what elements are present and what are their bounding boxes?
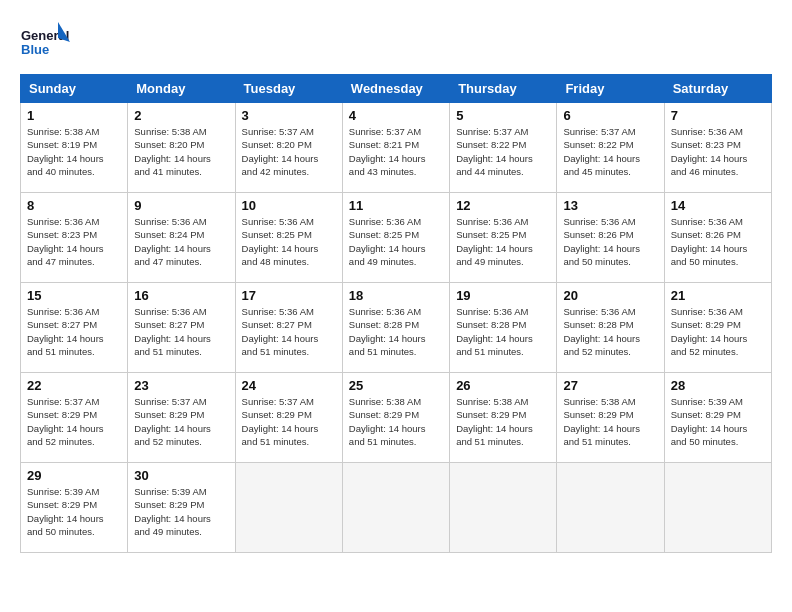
day-number: 4 xyxy=(349,108,443,123)
calendar-header-row: SundayMondayTuesdayWednesdayThursdayFrid… xyxy=(21,75,772,103)
weekday-header: Thursday xyxy=(450,75,557,103)
day-info: Sunrise: 5:37 AMSunset: 8:21 PMDaylight:… xyxy=(349,125,443,178)
calendar-cell: 4Sunrise: 5:37 AMSunset: 8:21 PMDaylight… xyxy=(342,103,449,193)
day-number: 15 xyxy=(27,288,121,303)
calendar-cell: 22Sunrise: 5:37 AMSunset: 8:29 PMDayligh… xyxy=(21,373,128,463)
calendar-cell: 23Sunrise: 5:37 AMSunset: 8:29 PMDayligh… xyxy=(128,373,235,463)
day-number: 26 xyxy=(456,378,550,393)
calendar-cell: 16Sunrise: 5:36 AMSunset: 8:27 PMDayligh… xyxy=(128,283,235,373)
calendar-cell: 1Sunrise: 5:38 AMSunset: 8:19 PMDaylight… xyxy=(21,103,128,193)
calendar-cell: 25Sunrise: 5:38 AMSunset: 8:29 PMDayligh… xyxy=(342,373,449,463)
day-info: Sunrise: 5:36 AMSunset: 8:26 PMDaylight:… xyxy=(671,215,765,268)
day-info: Sunrise: 5:38 AMSunset: 8:29 PMDaylight:… xyxy=(563,395,657,448)
weekday-header: Saturday xyxy=(664,75,771,103)
calendar-cell: 19Sunrise: 5:36 AMSunset: 8:28 PMDayligh… xyxy=(450,283,557,373)
day-number: 23 xyxy=(134,378,228,393)
calendar-week-row: 1Sunrise: 5:38 AMSunset: 8:19 PMDaylight… xyxy=(21,103,772,193)
day-number: 16 xyxy=(134,288,228,303)
day-number: 27 xyxy=(563,378,657,393)
day-info: Sunrise: 5:38 AMSunset: 8:20 PMDaylight:… xyxy=(134,125,228,178)
day-info: Sunrise: 5:37 AMSunset: 8:29 PMDaylight:… xyxy=(134,395,228,448)
day-number: 28 xyxy=(671,378,765,393)
calendar-week-row: 8Sunrise: 5:36 AMSunset: 8:23 PMDaylight… xyxy=(21,193,772,283)
calendar-cell: 13Sunrise: 5:36 AMSunset: 8:26 PMDayligh… xyxy=(557,193,664,283)
day-info: Sunrise: 5:36 AMSunset: 8:28 PMDaylight:… xyxy=(349,305,443,358)
calendar-cell: 5Sunrise: 5:37 AMSunset: 8:22 PMDaylight… xyxy=(450,103,557,193)
calendar-cell xyxy=(557,463,664,553)
day-info: Sunrise: 5:36 AMSunset: 8:28 PMDaylight:… xyxy=(456,305,550,358)
calendar-cell: 21Sunrise: 5:36 AMSunset: 8:29 PMDayligh… xyxy=(664,283,771,373)
svg-text:Blue: Blue xyxy=(21,42,49,57)
day-number: 24 xyxy=(242,378,336,393)
calendar-cell: 2Sunrise: 5:38 AMSunset: 8:20 PMDaylight… xyxy=(128,103,235,193)
weekday-header: Friday xyxy=(557,75,664,103)
calendar-cell: 7Sunrise: 5:36 AMSunset: 8:23 PMDaylight… xyxy=(664,103,771,193)
day-info: Sunrise: 5:38 AMSunset: 8:29 PMDaylight:… xyxy=(349,395,443,448)
day-info: Sunrise: 5:36 AMSunset: 8:25 PMDaylight:… xyxy=(456,215,550,268)
weekday-header: Tuesday xyxy=(235,75,342,103)
day-info: Sunrise: 5:36 AMSunset: 8:24 PMDaylight:… xyxy=(134,215,228,268)
day-info: Sunrise: 5:36 AMSunset: 8:25 PMDaylight:… xyxy=(242,215,336,268)
calendar-cell xyxy=(664,463,771,553)
day-number: 12 xyxy=(456,198,550,213)
calendar-cell xyxy=(342,463,449,553)
calendar-cell: 15Sunrise: 5:36 AMSunset: 8:27 PMDayligh… xyxy=(21,283,128,373)
day-info: Sunrise: 5:36 AMSunset: 8:28 PMDaylight:… xyxy=(563,305,657,358)
calendar-cell: 28Sunrise: 5:39 AMSunset: 8:29 PMDayligh… xyxy=(664,373,771,463)
calendar-cell: 14Sunrise: 5:36 AMSunset: 8:26 PMDayligh… xyxy=(664,193,771,283)
calendar-week-row: 15Sunrise: 5:36 AMSunset: 8:27 PMDayligh… xyxy=(21,283,772,373)
day-number: 29 xyxy=(27,468,121,483)
day-info: Sunrise: 5:37 AMSunset: 8:20 PMDaylight:… xyxy=(242,125,336,178)
logo-icon: General Blue xyxy=(20,20,70,64)
day-number: 30 xyxy=(134,468,228,483)
calendar-cell: 8Sunrise: 5:36 AMSunset: 8:23 PMDaylight… xyxy=(21,193,128,283)
day-info: Sunrise: 5:36 AMSunset: 8:27 PMDaylight:… xyxy=(27,305,121,358)
calendar-cell: 6Sunrise: 5:37 AMSunset: 8:22 PMDaylight… xyxy=(557,103,664,193)
day-number: 19 xyxy=(456,288,550,303)
calendar-cell: 11Sunrise: 5:36 AMSunset: 8:25 PMDayligh… xyxy=(342,193,449,283)
day-number: 14 xyxy=(671,198,765,213)
day-number: 22 xyxy=(27,378,121,393)
day-info: Sunrise: 5:36 AMSunset: 8:26 PMDaylight:… xyxy=(563,215,657,268)
calendar-week-row: 29Sunrise: 5:39 AMSunset: 8:29 PMDayligh… xyxy=(21,463,772,553)
day-info: Sunrise: 5:38 AMSunset: 8:19 PMDaylight:… xyxy=(27,125,121,178)
day-info: Sunrise: 5:36 AMSunset: 8:23 PMDaylight:… xyxy=(27,215,121,268)
calendar-cell: 12Sunrise: 5:36 AMSunset: 8:25 PMDayligh… xyxy=(450,193,557,283)
day-info: Sunrise: 5:36 AMSunset: 8:29 PMDaylight:… xyxy=(671,305,765,358)
day-info: Sunrise: 5:37 AMSunset: 8:22 PMDaylight:… xyxy=(563,125,657,178)
day-info: Sunrise: 5:36 AMSunset: 8:27 PMDaylight:… xyxy=(134,305,228,358)
day-number: 13 xyxy=(563,198,657,213)
calendar-cell xyxy=(235,463,342,553)
day-number: 9 xyxy=(134,198,228,213)
calendar-cell: 20Sunrise: 5:36 AMSunset: 8:28 PMDayligh… xyxy=(557,283,664,373)
day-number: 17 xyxy=(242,288,336,303)
day-number: 11 xyxy=(349,198,443,213)
day-number: 20 xyxy=(563,288,657,303)
day-info: Sunrise: 5:39 AMSunset: 8:29 PMDaylight:… xyxy=(134,485,228,538)
day-number: 6 xyxy=(563,108,657,123)
day-number: 1 xyxy=(27,108,121,123)
calendar-cell: 29Sunrise: 5:39 AMSunset: 8:29 PMDayligh… xyxy=(21,463,128,553)
calendar-week-row: 22Sunrise: 5:37 AMSunset: 8:29 PMDayligh… xyxy=(21,373,772,463)
calendar-cell xyxy=(450,463,557,553)
calendar-cell: 27Sunrise: 5:38 AMSunset: 8:29 PMDayligh… xyxy=(557,373,664,463)
calendar-cell: 9Sunrise: 5:36 AMSunset: 8:24 PMDaylight… xyxy=(128,193,235,283)
day-info: Sunrise: 5:39 AMSunset: 8:29 PMDaylight:… xyxy=(27,485,121,538)
calendar-cell: 10Sunrise: 5:36 AMSunset: 8:25 PMDayligh… xyxy=(235,193,342,283)
calendar-table: SundayMondayTuesdayWednesdayThursdayFrid… xyxy=(20,74,772,553)
header: General Blue xyxy=(20,20,772,64)
day-number: 3 xyxy=(242,108,336,123)
day-number: 5 xyxy=(456,108,550,123)
day-number: 21 xyxy=(671,288,765,303)
day-info: Sunrise: 5:38 AMSunset: 8:29 PMDaylight:… xyxy=(456,395,550,448)
day-number: 25 xyxy=(349,378,443,393)
day-info: Sunrise: 5:36 AMSunset: 8:27 PMDaylight:… xyxy=(242,305,336,358)
day-number: 18 xyxy=(349,288,443,303)
day-info: Sunrise: 5:37 AMSunset: 8:29 PMDaylight:… xyxy=(242,395,336,448)
calendar-cell: 30Sunrise: 5:39 AMSunset: 8:29 PMDayligh… xyxy=(128,463,235,553)
calendar-cell: 18Sunrise: 5:36 AMSunset: 8:28 PMDayligh… xyxy=(342,283,449,373)
day-info: Sunrise: 5:37 AMSunset: 8:29 PMDaylight:… xyxy=(27,395,121,448)
weekday-header: Monday xyxy=(128,75,235,103)
day-info: Sunrise: 5:36 AMSunset: 8:25 PMDaylight:… xyxy=(349,215,443,268)
calendar-cell: 26Sunrise: 5:38 AMSunset: 8:29 PMDayligh… xyxy=(450,373,557,463)
